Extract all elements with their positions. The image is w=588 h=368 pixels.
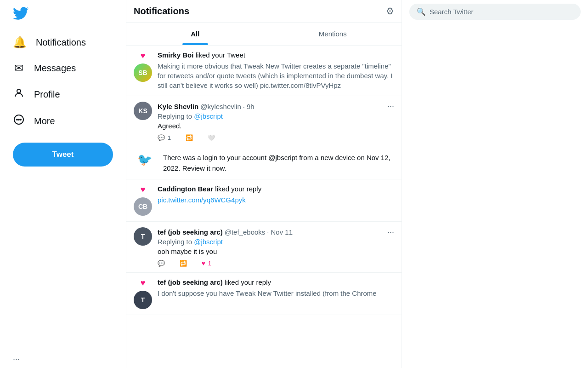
notif-content-smirky: Smirky Boi liked your Tweet Making it mo…: [158, 51, 394, 90]
settings-gear-icon[interactable]: ⚙: [386, 6, 394, 17]
notification-like-caddington[interactable]: ♥ CB Caddington Bear liked your reply pi…: [126, 179, 401, 222]
reply-actor-handle: @kyleshevlin: [200, 103, 241, 110]
login-alert-text: There was a login to your account @jbscr…: [163, 153, 394, 173]
replying-to-label: Replying to @jbscript: [158, 112, 394, 120]
notif-action-line-tef2: tef (job seeking arc) liked your reply: [158, 278, 394, 287]
actor-action: liked your Tweet: [196, 51, 245, 59]
comment-icon: 💬: [158, 134, 165, 141]
notif-action-line: Smirky Boi liked your Tweet: [158, 51, 394, 59]
tef-comment-button[interactable]: 💬: [158, 260, 165, 267]
notif-icon-area: ♥ SB: [134, 51, 158, 90]
replying-to-handle: @jbscript: [194, 112, 223, 120]
notif-action-line-caddington: Caddington Bear liked your reply: [158, 185, 394, 193]
search-input-wrapper: 🔍: [409, 4, 581, 20]
tab-all[interactable]: All: [126, 23, 264, 45]
avatar-caddington-bear: CB: [134, 197, 152, 216]
tef-replying-to: Replying to @jbscript: [158, 238, 394, 246]
caddington-action: liked your reply: [215, 185, 261, 193]
notification-like-tef2[interactable]: ♥ T tef (job seeking arc) liked your rep…: [126, 273, 401, 315]
tef-reply-meta: tef (job seeking arc) @tef_ebooks · Nov …: [158, 228, 293, 236]
notification-reply-kyle[interactable]: KS Kyle Shevlin @kyleshevlin · 9h ··· Re…: [126, 96, 401, 147]
sidebar-item-messages-label: Messages: [34, 63, 76, 74]
retweet-icon: 🔁: [186, 134, 193, 141]
reply-meta: Kyle Shevlin @kyleshevlin · 9h: [158, 103, 254, 110]
sidebar-item-more-label: More: [34, 116, 55, 126]
tef-time: Nov 11: [271, 228, 293, 236]
right-sidebar: 🔍: [402, 0, 588, 368]
notif-tweet-text: Making it more obvious that Tweak New Tw…: [158, 61, 394, 90]
reply-dot-separator: ·: [243, 103, 245, 110]
tef-action-bar: 💬 🔁 ♥ 1: [158, 260, 394, 267]
twitter-bird-area: 🐦: [134, 153, 158, 167]
notif-icon-area-caddington: ♥ CB: [134, 185, 158, 216]
tef2-tweet-text: I don't suppose you have Tweak New Twitt…: [158, 288, 394, 298]
tab-mentions[interactable]: Mentions: [264, 23, 402, 45]
notifications-panel: Notifications ⚙ All Mentions ♥ SB Smirky…: [126, 0, 402, 368]
tef-reply-header: tef (job seeking arc) @tef_ebooks · Nov …: [158, 227, 394, 237]
tef-like-button[interactable]: ♥ 1: [202, 260, 211, 267]
reply-header: Kyle Shevlin @kyleshevlin · 9h ···: [158, 102, 394, 111]
tef-comment-icon: 💬: [158, 260, 165, 267]
tef-replying-to-handle: @jbscript: [194, 238, 223, 246]
page-title: Notifications: [134, 6, 189, 17]
mail-icon: ✉: [13, 62, 25, 75]
tef-actor-handle: @tef_ebooks: [225, 228, 266, 236]
caddington-tweet-text: pic.twitter.com/yq6WCG4pyk: [158, 195, 394, 205]
sidebar-bottom-dots[interactable]: ...: [6, 347, 120, 368]
sidebar-item-more[interactable]: More: [6, 109, 120, 133]
reply-more-button[interactable]: ···: [387, 102, 394, 111]
person-icon: [13, 87, 25, 101]
twitter-system-icon: 🐦: [137, 153, 152, 167]
avatar-tef: T: [134, 227, 152, 246]
tef-like-icon: ♥: [202, 260, 205, 267]
caddington-name: Caddington Bear: [158, 185, 213, 193]
reply-retweet-button[interactable]: 🔁: [186, 134, 193, 141]
notification-like-smirky[interactable]: ♥ SB Smirky Boi liked your Tweet Making …: [126, 46, 401, 96]
tef2-action: liked your reply: [225, 278, 271, 286]
reply-like-button[interactable]: 🤍: [208, 134, 215, 141]
notification-login-alert[interactable]: 🐦 There was a login to your account @jbs…: [126, 147, 401, 179]
notif-content-tef2: tef (job seeking arc) liked your reply I…: [158, 278, 394, 309]
heart-icon: ♥: [141, 51, 146, 61]
notif-icon-area-tef2: ♥ T: [134, 278, 158, 309]
svg-point-2: [17, 119, 17, 120]
left-sidebar: 🔔 Notifications ✉ Messages Profile More …: [0, 0, 126, 368]
tef-retweet-button[interactable]: 🔁: [180, 260, 187, 267]
reply-content-kyle: Kyle Shevlin @kyleshevlin · 9h ··· Reply…: [158, 102, 394, 141]
tef-reply-more-button[interactable]: ···: [387, 227, 394, 237]
tef2-name: tef (job seeking arc): [158, 278, 223, 286]
sidebar-item-notifications-label: Notifications: [36, 37, 86, 48]
reply-content-tef: tef (job seeking arc) @tef_ebooks · Nov …: [158, 227, 394, 267]
comment-count: 1: [168, 134, 171, 141]
login-alert-content: There was a login to your account @jbscr…: [163, 153, 394, 173]
svg-point-4: [20, 119, 21, 120]
actor-name: Smirky Boi: [158, 51, 193, 59]
reply-comment-button[interactable]: 💬 1: [158, 134, 171, 141]
reply-actor-name: Kyle Shevlin: [158, 103, 198, 110]
sidebar-item-notifications[interactable]: 🔔 Notifications: [6, 30, 120, 54]
tef-reply-text: ooh maybe it is you: [158, 247, 394, 256]
notification-reply-tef[interactable]: T tef (job seeking arc) @tef_ebooks · No…: [126, 222, 401, 273]
search-input[interactable]: [430, 8, 573, 16]
svg-point-0: [17, 89, 21, 93]
avatar-kyle-shevlin: KS: [134, 102, 152, 120]
sidebar-item-profile[interactable]: Profile: [6, 82, 120, 107]
tef-retweet-icon: 🔁: [180, 260, 187, 267]
sidebar-item-messages[interactable]: ✉ Messages: [6, 56, 120, 80]
search-icon: 🔍: [417, 7, 426, 16]
like-icon: 🤍: [208, 134, 215, 141]
tef-actor-name: tef (job seeking arc): [158, 228, 223, 236]
search-bar: 🔍: [409, 0, 581, 23]
sidebar-item-profile-label: Profile: [34, 89, 60, 100]
twitter-logo[interactable]: [6, 0, 120, 29]
tweet-button[interactable]: Tweet: [13, 143, 113, 167]
reply-text: Agreed.: [158, 121, 394, 131]
reply-time: 9h: [247, 103, 254, 110]
notifications-header: Notifications ⚙: [126, 0, 401, 23]
tef-like-count: 1: [208, 260, 211, 267]
twitter-bird-icon: [13, 6, 28, 21]
sidebar-ellipsis: ...: [13, 353, 20, 362]
heart-icon-tef2: ♥: [141, 278, 146, 288]
more-circle-icon: [13, 114, 25, 128]
reply-action-bar: 💬 1 🔁 🤍: [158, 134, 394, 141]
